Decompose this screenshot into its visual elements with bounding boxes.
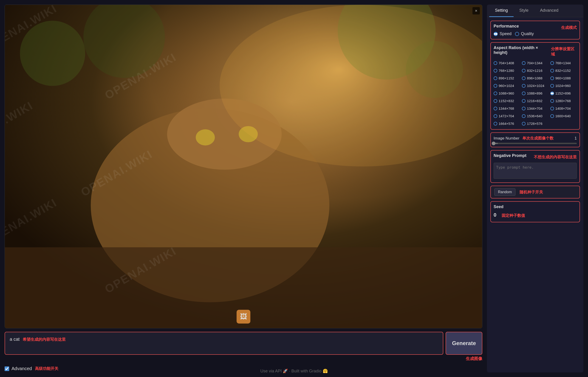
negative-prompt-input[interactable] — [494, 163, 577, 179]
aspect-label: 832×1152 — [555, 69, 571, 72]
aspect-radio[interactable] — [522, 92, 526, 95]
random-button[interactable]: Random — [494, 188, 515, 196]
seed-title: Seed — [494, 204, 577, 209]
aspect-option[interactable]: 1152×832 — [494, 98, 520, 104]
aspect-label: 896×1152 — [499, 76, 514, 80]
aspect-option[interactable]: 960×1088 — [550, 75, 577, 81]
aspect-label: 704×1408 — [499, 61, 514, 65]
speed-radio[interactable] — [494, 32, 498, 36]
advanced-checkbox-input[interactable] — [5, 366, 9, 371]
aspect-option[interactable]: 1472×704 — [494, 113, 520, 119]
aspect-radio[interactable] — [522, 84, 526, 88]
aspect-radio[interactable] — [550, 84, 554, 88]
aspect-radio[interactable] — [550, 114, 554, 118]
aspect-option[interactable]: 832×1152 — [550, 68, 577, 73]
aspect-radio[interactable] — [550, 69, 554, 72]
aspect-radio[interactable] — [522, 114, 526, 118]
slider-thumb[interactable] — [492, 141, 495, 145]
image-number-slider[interactable] — [494, 143, 577, 144]
aspect-option[interactable]: 1600×640 — [550, 113, 577, 119]
aspect-option[interactable]: 1664×576 — [494, 121, 520, 126]
image-number-row: Image Number 单次生成图像个数 1 — [494, 136, 577, 141]
aspect-label: 1664×576 — [499, 122, 514, 126]
aspect-radio[interactable] — [494, 122, 497, 126]
settings-content: Performance 生成模式 Speed Quality — [487, 17, 583, 226]
speed-option[interactable]: Speed — [494, 31, 512, 36]
seed-section: Seed 0 固定种子数值 — [490, 201, 580, 222]
aspect-option[interactable]: 704×1408 — [494, 60, 520, 66]
aspect-label: 768×1344 — [555, 61, 571, 65]
aspect-radio[interactable] — [522, 76, 526, 80]
aspect-label: 896×1088 — [527, 76, 542, 80]
aspect-label: 768×1280 — [499, 69, 514, 72]
advanced-row: Advanced 高级功能开关 — [5, 365, 482, 372]
aspect-radio[interactable] — [494, 114, 497, 118]
aspect-option[interactable]: 1152×896 — [550, 90, 577, 96]
aspect-radio[interactable] — [494, 69, 497, 72]
aspect-radio[interactable] — [550, 92, 554, 95]
aspect-option[interactable]: 1088×896 — [522, 90, 548, 96]
bottom-bar: a cat 希望生成的内容写在这里 Generate 生成图像 — [5, 332, 482, 361]
aspect-radio[interactable] — [550, 99, 554, 103]
generate-button[interactable]: Generate — [446, 332, 482, 355]
tab-advanced[interactable]: Advanced — [534, 5, 564, 17]
prompt-text: a cat 希望生成的内容写在这里 — [10, 337, 66, 342]
aspect-radio[interactable] — [494, 92, 497, 95]
aspect-option[interactable]: 1536×640 — [522, 113, 548, 119]
aspect-ratios-section: Aspect Ratios (width × height) 分辨率设置区域 7… — [490, 42, 580, 130]
aspect-label: 1152×832 — [499, 99, 514, 103]
aspect-label: 1088×960 — [499, 91, 514, 95]
aspect-option[interactable]: 1024×960 — [550, 83, 577, 89]
footer-gradio-link[interactable]: Built with Gradio 🤗 — [292, 369, 328, 373]
aspect-label: 1408×704 — [555, 106, 571, 110]
aspect-option[interactable]: 704×1344 — [522, 60, 548, 66]
performance-title: Performance — [494, 24, 519, 29]
aspect-radio[interactable] — [550, 76, 554, 80]
aspect-radio[interactable] — [494, 99, 497, 103]
close-button[interactable]: × — [472, 7, 480, 14]
aspect-option[interactable]: 1344×704 — [522, 106, 548, 111]
aspect-radio[interactable] — [494, 107, 497, 110]
footer-api-link[interactable]: Use via API 🚀 — [260, 369, 288, 373]
quality-radio[interactable] — [515, 32, 519, 36]
tab-setting[interactable]: Setting — [489, 5, 514, 17]
aspect-radio[interactable] — [494, 84, 497, 88]
aspect-option[interactable]: 1728×576 — [522, 121, 548, 126]
left-panel: × — [5, 5, 482, 372]
aspect-radio[interactable] — [522, 99, 526, 103]
aspect-radio[interactable] — [494, 61, 497, 65]
aspect-radio[interactable] — [550, 107, 554, 110]
thumbnail-icon: 🖼 — [237, 310, 250, 324]
aspect-option[interactable]: 896×1152 — [494, 75, 520, 81]
aspect-option[interactable]: 1280×768 — [550, 98, 577, 104]
aspect-option[interactable]: 1088×960 — [494, 90, 520, 96]
aspect-label: 1216×832 — [527, 99, 542, 103]
aspect-option[interactable]: 1344×768 — [494, 106, 520, 111]
speed-label: Speed — [500, 31, 512, 36]
aspect-option[interactable]: 1024×1024 — [522, 83, 548, 89]
quality-option[interactable]: Quality — [515, 31, 534, 36]
aspect-radio[interactable] — [522, 61, 526, 65]
aspect-option[interactable]: 896×1088 — [522, 75, 548, 81]
aspect-label: 960×1024 — [499, 84, 514, 88]
aspect-option[interactable]: 768×1280 — [494, 68, 520, 73]
advanced-annotation: 高级功能开关 — [35, 366, 58, 371]
footer: Use via API 🚀 · Built with Gradio 🤗 — [260, 368, 328, 374]
generate-annotation: 生成图像 — [466, 356, 482, 361]
aspect-option[interactable]: 1408×704 — [550, 106, 577, 111]
aspect-label: 1472×704 — [499, 114, 514, 118]
advanced-checkbox-label[interactable]: Advanced — [5, 366, 32, 371]
aspect-radio[interactable] — [522, 107, 526, 110]
aspect-label: 1152×896 — [555, 91, 571, 95]
aspect-option[interactable]: 768×1344 — [550, 60, 577, 66]
aspect-radio[interactable] — [550, 61, 554, 65]
aspect-option[interactable]: 832×1216 — [522, 68, 548, 73]
aspect-radio[interactable] — [522, 69, 526, 72]
aspect-label: 960×1088 — [555, 76, 571, 80]
aspect-radio[interactable] — [494, 76, 497, 80]
aspect-radio[interactable] — [522, 122, 526, 126]
tab-style[interactable]: Style — [514, 5, 534, 17]
negative-prompt-annotation: 不想生成的内容写在这里 — [534, 154, 577, 160]
aspect-option[interactable]: 1216×832 — [522, 98, 548, 104]
aspect-option[interactable]: 960×1024 — [494, 83, 520, 89]
